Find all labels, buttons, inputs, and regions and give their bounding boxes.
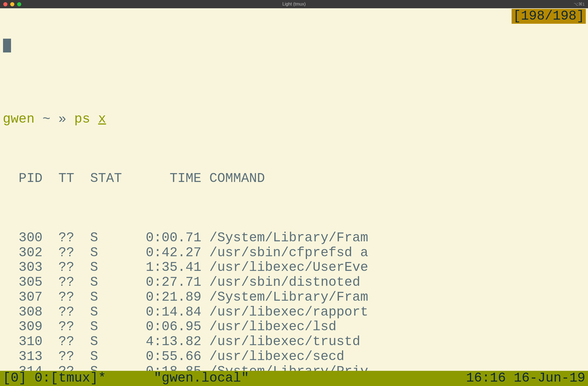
col-time: TIME <box>130 171 201 186</box>
command-arg: x <box>98 112 106 126</box>
ps-row: 305 ?? S 0:27.71 /usr/sbin/distnoted <box>3 275 585 290</box>
ps-row: 313 ?? S 0:55.66 /usr/libexec/secd <box>3 349 585 364</box>
maximize-icon[interactable] <box>17 2 21 6</box>
status-host: "gwen.local" <box>154 371 249 385</box>
ps-header-row: PID TT STAT TIME COMMAND <box>3 171 585 186</box>
window-shortcut-hint: ⌥⌘1 <box>574 2 585 7</box>
close-icon[interactable] <box>3 2 7 6</box>
ps-row: 303 ?? S 1:35.41 /usr/libexec/UserEve <box>3 260 585 275</box>
col-command: COMMAND <box>209 171 265 186</box>
terminal-viewport[interactable]: [198/198] gwen ~ » ps x PID TT STAT TIME… <box>0 8 588 371</box>
col-tt: TT <box>50 171 74 186</box>
status-right: 16:16 16-Jun-19 <box>466 371 585 385</box>
prompt-user: gwen <box>3 112 34 126</box>
ps-row: 300 ?? S 0:00.71 /System/Library/Fram <box>3 231 585 245</box>
col-pid: PID <box>3 171 42 186</box>
window-title: Light (tmux) <box>0 2 588 7</box>
minimize-icon[interactable] <box>10 2 14 6</box>
ps-row: 309 ?? S 0:06.95 /usr/libexec/lsd <box>3 319 585 334</box>
status-left: [0] 0:[tmux]* <box>3 371 106 385</box>
command-name: ps <box>74 112 90 126</box>
col-stat: STAT <box>82 171 122 186</box>
window-titlebar: Light (tmux) ⌥⌘1 <box>0 0 588 8</box>
status-mid: "gwen.local" <box>106 371 466 385</box>
ps-row: 308 ?? S 0:14.84 /usr/libexec/rapport <box>3 305 585 320</box>
prompt-cwd: ~ <box>42 112 50 126</box>
prompt-arrow: » <box>58 112 66 126</box>
ps-output-rows: 300 ?? S 0:00.71 /System/Library/Fram 30… <box>3 231 585 371</box>
traffic-lights <box>3 2 21 6</box>
scrollback-indicator: [198/198] <box>512 9 586 24</box>
ps-row: 302 ?? S 0:42.27 /usr/sbin/cfprefsd a <box>3 245 585 260</box>
ps-row: 314 ?? S 0:18.85 /System/Library/Priv <box>3 364 585 371</box>
ps-row: 310 ?? S 4:13.82 /usr/libexec/trustd <box>3 334 585 349</box>
cursor-row <box>3 39 585 52</box>
tmux-statusbar[interactable]: [0] 0:[tmux]* "gwen.local" 16:16 16-Jun-… <box>0 371 588 386</box>
cursor-block <box>3 39 11 52</box>
ps-row: 307 ?? S 0:21.89 /System/Library/Fram <box>3 290 585 305</box>
prompt-line: gwen ~ » ps x <box>3 112 585 127</box>
